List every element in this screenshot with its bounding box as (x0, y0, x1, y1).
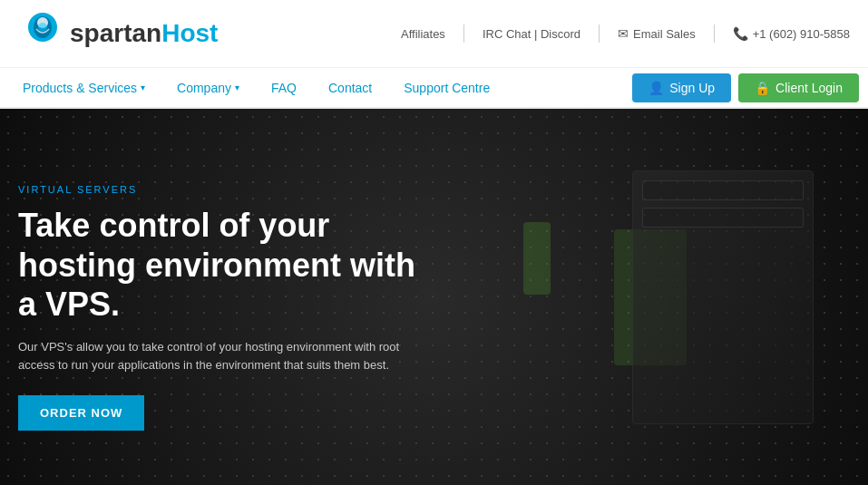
phone-icon: 📞 (733, 26, 748, 41)
hero-subtitle: VIRTUAL SERVERS (18, 184, 434, 195)
divider-3 (714, 24, 715, 43)
nav-products-services[interactable]: Products & Services ▾ (9, 72, 159, 104)
hero-content: VIRTUAL SERVERS Take control of your hos… (18, 184, 434, 431)
hero-description: Our VPS's allow you to take control of y… (18, 338, 434, 373)
divider-2 (599, 24, 600, 43)
top-bar: spartanHost Affiliates IRC Chat | Discor… (0, 0, 868, 68)
chevron-down-icon: ▾ (235, 82, 239, 92)
chevron-down-icon: ▾ (141, 82, 145, 92)
hero-accent-2 (523, 222, 551, 295)
send-icon: ✉ (618, 26, 629, 41)
affiliates-link[interactable]: Affiliates (401, 27, 445, 41)
email-sales-link[interactable]: ✉ Email Sales (618, 26, 696, 41)
nav-buttons: 👤 Sign Up 🔒 Client Login (632, 73, 859, 102)
hero-section: VIRTUAL SERVERS Take control of your hos… (0, 109, 868, 485)
logo-area: spartanHost (18, 9, 218, 59)
client-login-button[interactable]: 🔒 Client Login (738, 73, 859, 102)
irc-link[interactable]: IRC Chat | Discord (483, 27, 580, 41)
nav-links: Products & Services ▾ Company ▾ FAQ Cont… (9, 72, 503, 104)
top-links: Affiliates IRC Chat | Discord ✉ Email Sa… (401, 24, 850, 43)
nav-support[interactable]: Support Centre (390, 72, 503, 104)
nav-company[interactable]: Company ▾ (163, 72, 253, 104)
nav-faq[interactable]: FAQ (258, 72, 310, 104)
logo-wordmark: spartanHost (70, 19, 218, 48)
order-now-button[interactable]: ORDER NOW (18, 395, 144, 431)
lock-icon: 🔒 (755, 81, 770, 95)
user-icon: 👤 (649, 81, 664, 95)
signup-button[interactable]: 👤 Sign Up (632, 73, 731, 102)
logo-icon (18, 9, 68, 59)
nav-bar: Products & Services ▾ Company ▾ FAQ Cont… (0, 68, 868, 109)
divider-1 (463, 24, 464, 43)
phone-number: 📞 +1 (602) 910-5858 (733, 26, 850, 41)
server-rack-visual (632, 170, 814, 424)
nav-contact[interactable]: Contact (315, 72, 385, 104)
svg-point-3 (38, 23, 47, 32)
hero-title: Take control of your hosting environment… (18, 206, 434, 324)
